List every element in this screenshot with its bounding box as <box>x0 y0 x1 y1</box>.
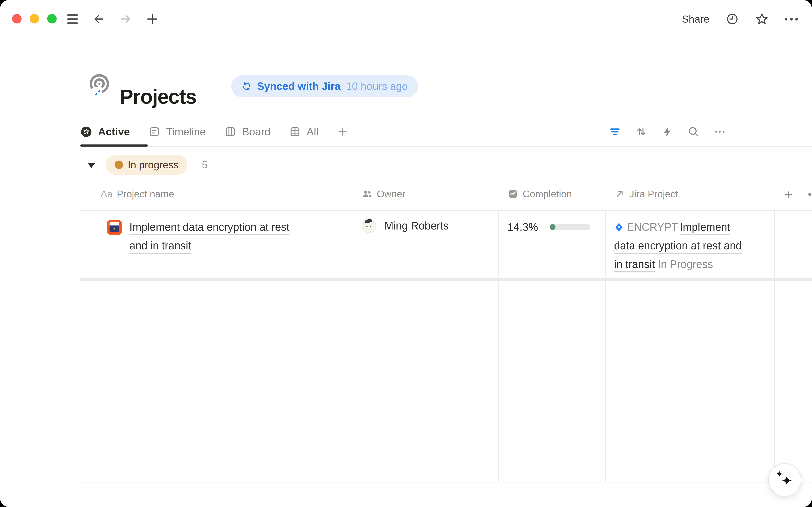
jira-project-cell[interactable]: ENCRYPTImplement data encryption at rest… <box>614 218 743 274</box>
column-header-completion[interactable]: Completion <box>507 188 572 200</box>
group-count: 5 <box>202 159 208 171</box>
text-property-icon: Aa <box>101 188 113 200</box>
jira-sync-badge[interactable]: Synced with Jira 10 hours ago <box>231 75 418 97</box>
timeline-view-icon <box>148 126 160 138</box>
completion-cell[interactable]: 14.3% <box>507 221 590 233</box>
people-icon <box>362 188 373 200</box>
tab-label: Active <box>98 126 130 138</box>
star-view-icon <box>80 126 92 138</box>
page-title[interactable]: Projects <box>120 85 196 108</box>
column-more-icon[interactable] <box>808 193 811 196</box>
tab-board[interactable]: Board <box>224 126 270 138</box>
sparkle-icon: ✦ <box>781 473 793 489</box>
view-more-ellipsis-icon[interactable] <box>713 125 726 138</box>
page-target-icon[interactable] <box>88 74 111 97</box>
table-row: Build SAML SSO authentication. Marta Gia… <box>80 280 812 281</box>
projects-table: Aa Project name Owner Completion <box>80 180 812 483</box>
column-header-project-name[interactable]: Aa Project name <box>101 188 174 200</box>
history-clock-icon[interactable] <box>726 12 739 26</box>
board-view-icon <box>224 126 236 138</box>
plus-icon <box>337 126 348 137</box>
table-body: Implement data encryption at rest and in… <box>80 211 812 483</box>
jira-issue-key: ENCRYPT <box>627 221 678 233</box>
add-column-button[interactable]: + <box>785 187 792 203</box>
northeast-arrow-icon <box>614 188 625 200</box>
search-icon[interactable] <box>687 125 700 138</box>
jira-issue-status: In Progress <box>658 258 713 270</box>
forward-arrow-icon[interactable] <box>119 12 132 26</box>
table-row: Implement data encryption at rest and in… <box>80 211 812 278</box>
tab-all[interactable]: All <box>289 126 319 138</box>
favorite-star-icon[interactable] <box>755 12 769 26</box>
sync-badge-label: Synced with Jira <box>257 80 341 93</box>
minimize-window-button[interactable] <box>29 14 39 23</box>
project-app-icon <box>107 220 122 235</box>
share-button[interactable]: Share <box>682 13 709 25</box>
owner-avatar <box>362 218 376 233</box>
owner-name: Ming Roberts <box>384 220 448 232</box>
new-tab-plus-icon[interactable] <box>145 12 159 26</box>
group-collapse-toggle[interactable] <box>87 163 95 168</box>
automation-bolt-icon[interactable] <box>661 125 674 138</box>
status-dot <box>115 161 123 169</box>
tab-label: Board <box>242 126 270 138</box>
tab-label: All <box>307 126 319 138</box>
window-controls <box>12 14 57 23</box>
status-label: In progress <box>128 159 179 171</box>
table-header: Aa Project name Owner Completion <box>80 180 812 211</box>
tab-label: Timeline <box>166 126 206 138</box>
filter-icon[interactable] <box>609 125 621 138</box>
chart-icon <box>507 188 518 200</box>
progress-bar <box>550 224 590 230</box>
owner-cell[interactable]: Ming Roberts <box>362 218 448 233</box>
completion-percentage: 14.3% <box>507 221 550 233</box>
hamburger-menu-icon[interactable] <box>66 13 79 25</box>
project-name-cell[interactable]: Implement data encryption at rest and in… <box>107 218 344 255</box>
column-header-owner[interactable]: Owner <box>362 188 405 200</box>
more-ellipsis-icon[interactable] <box>785 18 798 20</box>
active-tab-underline <box>80 145 148 147</box>
progress-bar-fill <box>550 224 556 230</box>
sort-icon[interactable] <box>635 125 647 138</box>
add-view-button[interactable] <box>337 126 348 137</box>
ai-assistant-button[interactable]: ✦ ✦ <box>768 463 801 497</box>
status-badge[interactable]: In progress <box>106 155 187 175</box>
jira-logo-icon <box>614 222 624 232</box>
sync-arrows-icon <box>242 81 252 92</box>
zoom-window-button[interactable] <box>47 14 57 23</box>
tab-active[interactable]: Active <box>80 126 130 138</box>
close-window-button[interactable] <box>12 14 21 23</box>
table-view-icon <box>289 126 301 138</box>
project-title-link[interactable]: Implement data encryption at rest and in… <box>129 218 308 255</box>
sync-badge-time: 10 hours ago <box>346 80 408 93</box>
app-window: Share Projects Synced with Jira 10 hours… <box>0 0 812 507</box>
tab-timeline[interactable]: Timeline <box>148 126 206 138</box>
back-arrow-icon[interactable] <box>92 12 106 26</box>
column-header-jira-project[interactable]: Jira Project <box>614 188 678 200</box>
